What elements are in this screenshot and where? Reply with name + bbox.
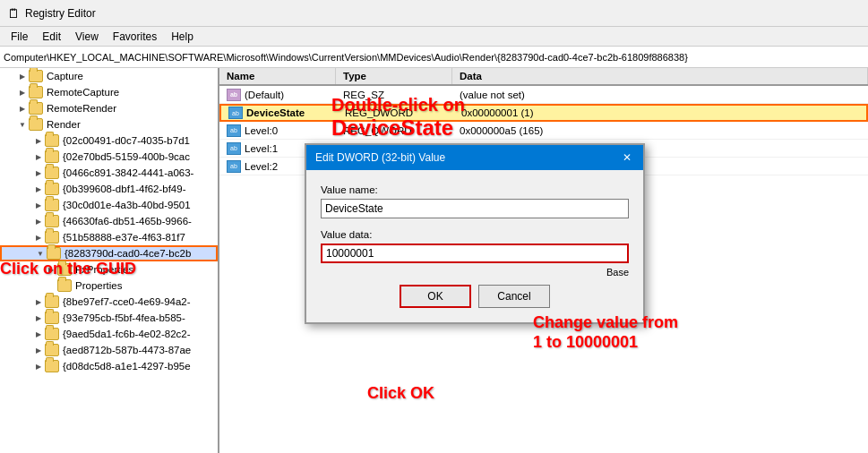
tree-arrow: ▶ [32, 295, 45, 308]
tree-pane: ▶ Capture ▶ RemoteCapture ▶ RemoteRender… [0, 68, 219, 453]
tree-arrow: ▶ [32, 344, 45, 356]
tree-item-properties[interactable]: Properties [0, 278, 218, 294]
folder-icon [29, 86, 43, 98]
address-bar: Computer\HKEY_LOCAL_MACHINE\SOFTWARE\Mic… [0, 47, 868, 68]
ab-icon: ab [227, 89, 241, 101]
edit-dword-dialog: Edit DWORD (32-bit) Value ✕ Value name: … [305, 143, 645, 324]
tree-item-guid6[interactable]: ▶ {46630fa6-db51-465b-9966- [0, 213, 218, 229]
folder-icon [45, 295, 59, 308]
tree-item-fxproperties[interactable]: ▶ FxProperties [0, 261, 218, 278]
menu-view[interactable]: View [68, 29, 106, 45]
value-name-label: Value name: [321, 184, 629, 195]
tree-arrow: ▶ [32, 328, 45, 340]
tree-item-guid4[interactable]: ▶ {0b399608-dbf1-4f62-bf49- [0, 181, 218, 197]
dialog-title-bar: Edit DWORD (32-bit) Value ✕ [306, 145, 643, 170]
tree-item-guid12[interactable]: ▶ {d08dc5d8-a1e1-4297-b95e [0, 358, 218, 374]
tree-item-remoterender[interactable]: ▶ RemoteRender [0, 100, 218, 116]
value-type-level0: REG_QWORD [336, 124, 452, 138]
tree-item-guid5[interactable]: ▶ {30c0d01e-4a3b-40bd-9501 [0, 197, 218, 213]
value-type-default: REG_SZ [336, 88, 452, 102]
folder-icon [57, 279, 72, 292]
value-data-level0: 0x000000a5 (165) [452, 124, 868, 138]
value-data-default: (value not set) [452, 88, 868, 102]
tree-arrow: ▶ [16, 86, 29, 98]
tree-item-guid9[interactable]: ▶ {93e795cb-f5bf-4fea-b585- [0, 310, 218, 326]
value-name-input[interactable] [321, 199, 629, 218]
dialog-body: Value name: Value data: Base OK Cancel [306, 170, 643, 322]
tree-item-guid11[interactable]: ▶ {aed8712b-587b-4473-87ae [0, 342, 218, 358]
tree-arrow: ▼ [34, 247, 47, 260]
ok-button[interactable]: OK [400, 285, 471, 308]
col-header-data: Data [452, 68, 868, 84]
dialog-title: Edit DWORD (32-bit) Value [315, 151, 445, 164]
dw-icon-level0: ab [227, 124, 241, 137]
dw-icon-level1: ab [227, 142, 241, 155]
tree-item-guid7[interactable]: ▶ {51b58888-e37e-4f63-81f7 [0, 229, 218, 245]
folder-icon [57, 263, 72, 276]
address-path: Computer\HKEY_LOCAL_MACHINE\SOFTWARE\Mic… [4, 52, 688, 63]
col-header-type: Type [336, 68, 452, 84]
value-data-label: Value data: [321, 229, 629, 240]
folder-icon [45, 134, 59, 147]
folder-icon [45, 328, 59, 340]
folder-icon [45, 183, 59, 195]
tree-arrow: ▶ [32, 231, 45, 244]
dialog-buttons: OK Cancel [321, 285, 629, 308]
tree-arrow: ▶ [32, 150, 45, 163]
tree-item-guid3[interactable]: ▶ {0466c891-3842-4441-a063- [0, 165, 218, 181]
folder-icon [29, 70, 43, 82]
folder-icon [29, 118, 43, 131]
value-name-devicestate: ab DeviceState [221, 105, 338, 121]
app-title: Registry Editor [25, 7, 96, 20]
dw-icon-level2: ab [227, 160, 241, 173]
values-header: Name Type Data [219, 68, 868, 86]
tree-item-guid10[interactable]: ▶ {9aed5da1-fc6b-4e02-82c2- [0, 326, 218, 342]
tree-item-guid1[interactable]: ▶ {02c00491-d0c7-4035-b7d1 [0, 132, 218, 149]
tree-arrow: ▶ [32, 312, 45, 324]
value-data-devicestate: 0x00000001 (1) [454, 106, 866, 120]
folder-icon [45, 167, 59, 179]
menu-file[interactable]: File [4, 29, 35, 45]
cancel-button[interactable]: Cancel [478, 285, 550, 308]
value-name-level0: ab Level:0 [219, 123, 336, 139]
menu-edit[interactable]: Edit [35, 29, 68, 45]
value-row-devicestate[interactable]: ab DeviceState REG_DWORD 0x00000001 (1) [219, 104, 868, 122]
menu-bar: File Edit View Favorites Help [0, 27, 868, 47]
tree-item-guid8[interactable]: ▶ {8be97ef7-cce0-4e69-94a2- [0, 294, 218, 310]
tree-item-capture[interactable]: ▶ Capture [0, 68, 218, 84]
folder-icon [45, 150, 59, 163]
tree-arrow: ▶ [16, 102, 29, 115]
dialog-close-button[interactable]: ✕ [620, 150, 634, 165]
tree-item-remotecapture[interactable]: ▶ RemoteCapture [0, 84, 218, 100]
menu-favorites[interactable]: Favorites [106, 29, 164, 45]
tree-arrow: ▶ [45, 263, 57, 276]
value-type-devicestate: REG_DWORD [338, 106, 454, 120]
value-row-level0[interactable]: ab Level:0 REG_QWORD 0x000000a5 (165) [219, 122, 868, 140]
menu-help[interactable]: Help [164, 29, 201, 45]
tree-arrow: ▶ [32, 199, 45, 211]
tree-arrow: ▶ [32, 215, 45, 227]
folder-icon [45, 215, 59, 227]
dw-icon: ab [228, 107, 243, 119]
folder-icon [47, 247, 61, 260]
folder-icon [45, 344, 59, 356]
tree-arrow: ▶ [32, 183, 45, 195]
tree-arrow: ▶ [32, 134, 45, 147]
value-data-input[interactable] [321, 244, 629, 263]
value-name-default: ab (Default) [219, 87, 336, 103]
folder-icon [45, 360, 59, 372]
tree-arrow: ▶ [32, 167, 45, 179]
tree-arrow: ▼ [16, 118, 29, 131]
folder-icon [45, 312, 59, 324]
value-row-default[interactable]: ab (Default) REG_SZ (value not set) [219, 86, 868, 104]
folder-icon [29, 102, 43, 115]
title-bar: 🗒 Registry Editor [0, 0, 868, 27]
col-header-name: Name [219, 68, 336, 84]
tree-item-render[interactable]: ▼ Render [0, 116, 218, 132]
app-icon: 🗒 [7, 6, 20, 21]
tree-item-selected-guid[interactable]: ▼ {8283790d-cad0-4ce7-bc2b [0, 245, 218, 261]
folder-icon [45, 199, 59, 211]
tree-arrow: ▶ [32, 360, 45, 372]
tree-item-guid2[interactable]: ▶ {02e70bd5-5159-400b-9cac [0, 149, 218, 165]
tree-arrow [45, 279, 57, 292]
